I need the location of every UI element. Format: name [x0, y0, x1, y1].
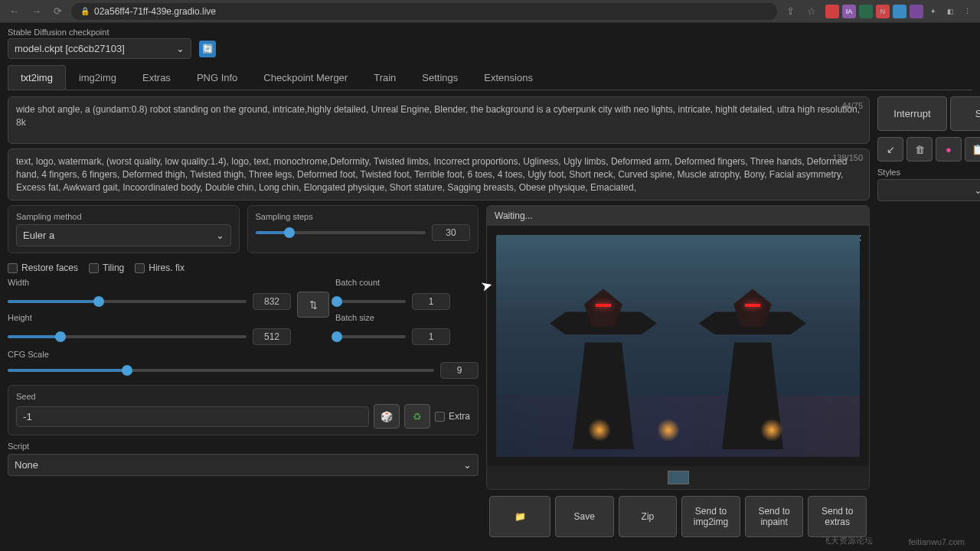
prompt-token-counter: 44/75 — [841, 100, 863, 112]
tiling-label: Tiling — [103, 262, 124, 273]
sampling-method-label: Sampling method — [16, 212, 231, 221]
sampling-steps-label: Sampling steps — [256, 212, 471, 221]
output-thumbnail[interactable] — [668, 471, 689, 484]
batch-count-slider[interactable] — [335, 300, 406, 303]
tab-img2img[interactable]: img2img — [66, 65, 129, 90]
restore-faces-checkbox[interactable] — [8, 263, 18, 273]
browser-chrome: ← → ⟳ 🔒 02a56ff4-71ff-439e.gradio.live ⇪… — [0, 0, 980, 23]
width-slider[interactable] — [8, 300, 247, 303]
tab-train[interactable]: Train — [361, 65, 409, 90]
star-icon[interactable]: ☆ — [804, 4, 819, 18]
reload-icon[interactable]: ⟳ — [51, 4, 65, 18]
height-slider[interactable] — [8, 335, 247, 338]
script-label: Script — [8, 442, 479, 451]
output-status: Waiting... — [487, 206, 869, 226]
ext-icon-4[interactable]: N — [876, 5, 890, 18]
restore-faces-label: Restore faces — [21, 262, 78, 273]
trash-button[interactable]: 🗑 — [906, 137, 933, 161]
chevron-down-icon: ⌄ — [974, 184, 980, 196]
lock-icon: 🔒 — [80, 7, 90, 15]
width-label: Width — [8, 278, 291, 287]
ext-icon-6[interactable] — [910, 5, 923, 18]
extra-seed-checkbox[interactable] — [435, 412, 445, 422]
width-value[interactable]: 832 — [253, 293, 291, 310]
checkpoint-label: Stable Diffusion checkpoint — [8, 28, 191, 37]
watermark-1: feitianwu7.com — [909, 537, 965, 546]
reuse-seed-button[interactable]: ♻ — [404, 404, 430, 429]
style-dot-button[interactable]: ● — [936, 137, 962, 161]
arrow-button[interactable]: ↙ — [877, 137, 903, 161]
tab-pnginfo[interactable]: PNG Info — [184, 65, 250, 90]
output-image[interactable] — [496, 235, 860, 457]
random-seed-button[interactable]: 🎲 — [374, 404, 400, 429]
seed-input[interactable] — [16, 406, 369, 427]
seed-label: Seed — [16, 392, 470, 401]
cfg-label: CFG Scale — [8, 350, 479, 359]
negative-prompt-input[interactable]: 138/150 text, logo, watermark, (worst qu… — [8, 148, 870, 201]
batch-size-value[interactable]: 1 — [412, 328, 450, 345]
height-label: Height — [8, 313, 291, 322]
tiling-checkbox[interactable] — [89, 263, 99, 273]
chevron-down-icon: ⌄ — [463, 459, 472, 471]
share-icon[interactable]: ⇪ — [783, 4, 798, 18]
url-text: 02a56ff4-71ff-439e.gradio.live — [94, 6, 216, 17]
cfg-value[interactable]: 9 — [440, 362, 479, 379]
batch-count-value[interactable]: 1 — [412, 293, 450, 310]
styles-select[interactable]: ⌄ — [877, 179, 980, 201]
back-icon[interactable]: ← — [6, 4, 22, 18]
send-img2img-button[interactable]: Send to img2img — [681, 496, 740, 537]
prompt-text: wide shot angle, a (gundam:0.8) robot st… — [16, 104, 860, 128]
tabs: txt2img img2img Extras PNG Info Checkpoi… — [8, 65, 972, 90]
url-bar[interactable]: 🔒 02a56ff4-71ff-439e.gradio.live — [71, 3, 777, 20]
ext-icon-3[interactable] — [859, 5, 873, 18]
menu-icon[interactable]: ⋮ — [960, 5, 974, 18]
height-value[interactable]: 512 — [253, 328, 291, 345]
save-button[interactable]: Save — [555, 496, 614, 537]
send-inpaint-button[interactable]: Send to inpaint — [745, 496, 804, 537]
batch-count-label: Batch count — [335, 278, 450, 287]
ext-icon-1[interactable] — [825, 5, 839, 18]
batch-size-slider[interactable] — [335, 335, 406, 338]
neg-prompt-text: text, logo, watermark, (worst quality, l… — [16, 156, 848, 193]
sampling-method-select[interactable]: Euler a ⌄ — [16, 224, 231, 246]
cfg-slider[interactable] — [8, 369, 434, 372]
zip-button[interactable]: Zip — [619, 496, 678, 537]
chevron-down-icon: ⌄ — [176, 43, 185, 54]
forward-icon[interactable]: → — [28, 4, 44, 18]
checkpoint-select[interactable]: model.ckpt [cc6cb27103] ⌄ — [8, 38, 191, 59]
puzzle-icon[interactable]: ✦ — [926, 5, 940, 18]
sampling-steps-value[interactable]: 30 — [432, 224, 470, 241]
swap-dimensions-button[interactable]: ⇅ — [297, 292, 329, 318]
chevron-down-icon: ⌄ — [216, 230, 224, 241]
checkpoint-value: model.ckpt [cc6cb27103] — [15, 43, 125, 54]
skip-button[interactable]: Skip — [950, 96, 980, 131]
hires-fix-label: Hires. fix — [149, 262, 185, 273]
ext-icon-5[interactable] — [893, 5, 906, 18]
refresh-checkpoint-button[interactable]: 🔄 — [199, 41, 216, 57]
tab-txt2img[interactable]: txt2img — [8, 65, 66, 90]
prompt-input[interactable]: 44/75 wide shot angle, a (gundam:0.8) ro… — [8, 96, 870, 144]
sampling-method-value: Euler a — [23, 230, 54, 241]
batch-size-label: Batch size — [335, 313, 450, 322]
tab-settings[interactable]: Settings — [409, 65, 471, 90]
watermark-2: 飞天资源论坛 — [822, 535, 873, 546]
script-select[interactable]: None ⌄ — [8, 454, 479, 476]
tab-extensions[interactable]: Extensions — [471, 65, 546, 90]
tab-checkpoint-merger[interactable]: Checkpoint Merger — [250, 65, 361, 90]
extension-icons: IA N ✦ ◧ ⋮ — [825, 5, 974, 18]
interrupt-button[interactable]: Interrupt — [877, 96, 947, 131]
tab-extras[interactable]: Extras — [129, 65, 184, 90]
panel-icon[interactable]: ◧ — [943, 5, 957, 18]
send-extras-button[interactable]: Send to extras — [808, 496, 867, 537]
open-folder-button[interactable]: 📁 — [489, 496, 550, 537]
neg-token-counter: 138/150 — [832, 152, 863, 164]
hires-fix-checkbox[interactable] — [135, 263, 145, 273]
extra-seed-label: Extra — [449, 411, 470, 422]
clipboard-button[interactable]: 📋 — [965, 137, 980, 161]
ext-icon-ia[interactable]: IA — [842, 5, 856, 18]
styles-label: Styles — [877, 168, 980, 177]
sampling-steps-slider[interactable] — [256, 231, 426, 234]
script-value: None — [15, 459, 38, 471]
output-image-area: ✕ — [487, 226, 869, 466]
